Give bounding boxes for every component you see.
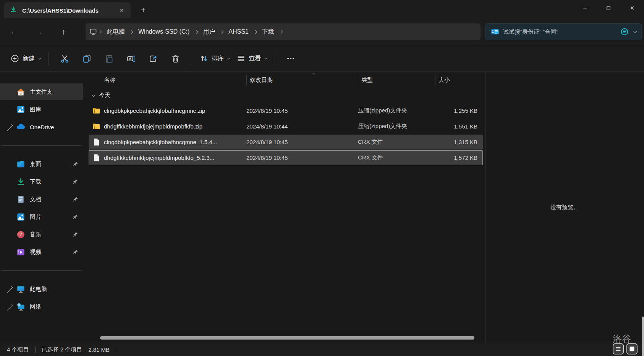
expand-chevron-icon[interactable] xyxy=(5,285,13,293)
sidebar-item-pictures[interactable]: 图片 xyxy=(0,208,83,225)
sidebar-item-this-pc[interactable]: 此电脑 xyxy=(0,281,83,297)
file-type: 压缩(zipped)文件夹 xyxy=(358,107,435,114)
videos-icon xyxy=(16,247,25,257)
delete-button[interactable] xyxy=(164,50,186,67)
sidebar-item-videos[interactable]: 视频 xyxy=(0,244,83,260)
watermark-badges xyxy=(613,343,638,354)
sidebar-item-downloads[interactable]: 下载 xyxy=(0,173,83,190)
paste-button[interactable] xyxy=(98,50,120,67)
column-header-type[interactable]: 类型 xyxy=(358,75,435,85)
search-dropdown-chevron-icon[interactable] xyxy=(633,29,637,33)
search-hint-text: 试试搜“身份证” “合同” xyxy=(503,28,620,36)
device-icon xyxy=(89,28,97,36)
breadcrumb-drive[interactable]: Windows-SSD (C:) xyxy=(134,28,193,35)
desktop-icon xyxy=(16,159,25,169)
copy-button[interactable] xyxy=(76,50,98,67)
list-badge-icon xyxy=(613,343,624,354)
minimize-button[interactable] xyxy=(573,0,597,16)
new-button[interactable]: 新建 xyxy=(7,50,44,67)
maximize-button[interactable] xyxy=(597,0,620,16)
sidebar-item-home[interactable]: 主文件夹 xyxy=(0,83,83,100)
breadcrumb-chevron-icon xyxy=(253,30,257,34)
gallery-icon xyxy=(16,105,25,114)
sort-button-label: 排序 xyxy=(212,55,224,63)
file-date: 2024/8/19 10:45 xyxy=(246,154,358,161)
file-date: 2024/8/19 10:44 xyxy=(246,123,358,130)
tab-close-button[interactable]: ✕ xyxy=(117,5,127,15)
preview-pane: 没有预览。 xyxy=(485,72,644,343)
view-icon xyxy=(237,54,245,63)
more-options-button[interactable] xyxy=(280,50,302,67)
music-icon: ♪ xyxy=(16,230,25,239)
file-row[interactable]: dhdgffkkebhmkfjojejmpbldmpobfkfo_5.2.3..… xyxy=(89,150,483,165)
file-type: CRX 文件 xyxy=(358,138,435,146)
sidebar-item-label: OneDrive xyxy=(30,124,78,130)
pictures-icon xyxy=(16,212,25,221)
sidebar-item-documents[interactable]: 文档 xyxy=(0,191,83,208)
file-row[interactable]: clngdbkpkpeebahjckkjfobafhncgmne_1.5.4..… xyxy=(89,135,483,150)
more-options-icon xyxy=(286,54,295,63)
zip-folder-icon xyxy=(89,107,104,115)
edge-strip xyxy=(642,317,644,356)
cut-button[interactable] xyxy=(53,50,76,67)
window-controls: ✕ xyxy=(573,0,644,16)
breadcrumb-users[interactable]: 用户 xyxy=(199,28,219,36)
generic-file-icon xyxy=(89,154,104,162)
status-divider xyxy=(35,347,36,353)
column-header-size[interactable]: 大小 xyxy=(435,75,483,85)
toolbar-divider xyxy=(191,52,191,65)
expand-chevron-icon[interactable] xyxy=(5,303,13,310)
rename-icon xyxy=(127,54,136,63)
new-button-label: 新建 xyxy=(23,55,35,63)
new-tab-button[interactable]: + xyxy=(137,4,150,16)
breadcrumb-this-pc[interactable]: 此电脑 xyxy=(103,28,129,36)
group-collapse-chevron-icon xyxy=(92,93,95,97)
breadcrumb-chevron-icon xyxy=(130,30,134,34)
rename-button[interactable] xyxy=(120,50,142,67)
sort-button[interactable]: 排序 xyxy=(196,50,233,67)
sidebar-item-label: 此电脑 xyxy=(30,286,78,293)
sidebar-item-gallery[interactable]: 图库 xyxy=(0,101,83,118)
pin-icon xyxy=(72,161,78,167)
search-box[interactable]: 试试搜“身份证” “合同” xyxy=(485,23,642,40)
column-header-name[interactable]: 名称 xyxy=(89,75,246,85)
horizontal-scrollbar[interactable] xyxy=(100,336,474,340)
sidebar-item-label: 下载 xyxy=(30,178,72,185)
zip-folder-icon xyxy=(89,122,104,130)
documents-icon xyxy=(16,195,25,204)
home-icon xyxy=(16,87,25,96)
sidebar-item-music[interactable]: ♪ 音乐 xyxy=(0,226,83,243)
maximize-icon xyxy=(607,6,610,10)
file-list-pane: 名称 修改日期 类型 大小 今天 clngdbkpkpeebahjckkjfob… xyxy=(83,72,485,343)
breadcrumb-downloads[interactable]: 下载 xyxy=(258,28,278,36)
up-button[interactable]: ↑ xyxy=(56,24,71,39)
file-type: CRX 文件 xyxy=(358,154,435,161)
sidebar-item-desktop[interactable]: 桌面 xyxy=(0,156,83,172)
column-header-date[interactable]: 修改日期 xyxy=(246,75,358,85)
share-button[interactable] xyxy=(142,50,164,67)
sidebar-item-onedrive[interactable]: OneDrive xyxy=(0,119,83,135)
svg-text:♪: ♪ xyxy=(19,232,22,237)
window-badge-icon xyxy=(626,343,638,354)
file-date: 2024/8/19 10:45 xyxy=(246,139,358,145)
cut-icon xyxy=(60,54,69,63)
forward-button[interactable]: → xyxy=(31,24,46,39)
breadcrumb-chevron-icon xyxy=(220,30,224,34)
back-button[interactable]: ← xyxy=(6,24,21,39)
sidebar-item-network[interactable]: 网络 xyxy=(0,298,83,315)
share-icon xyxy=(149,54,158,63)
explorer-tab[interactable]: C:\Users\AHSS1\Downloads ✕ xyxy=(4,2,131,18)
sort-icon xyxy=(200,54,208,63)
file-row[interactable]: clngdbkpkpeebahjckkjfobafhncgmne.zip 202… xyxy=(89,103,483,118)
close-button[interactable]: ✕ xyxy=(620,0,644,16)
status-divider xyxy=(116,347,116,353)
sort-dropdown-chevron-icon xyxy=(227,57,230,59)
breadcrumb-user[interactable]: AHSS1 xyxy=(225,28,252,35)
file-name: dhdgffkkebhmkfjojejmpbldmpobfkfo.zip xyxy=(104,123,246,130)
copy-icon xyxy=(83,54,91,63)
group-header-today[interactable]: 今天 xyxy=(89,88,483,102)
view-button[interactable]: 查看 xyxy=(233,50,270,67)
file-size: 1,255 KB xyxy=(435,107,483,114)
file-row[interactable]: dhdgffkkebhmkfjojejmpbldmpobfkfo.zip 202… xyxy=(89,119,483,134)
expand-chevron-icon[interactable] xyxy=(5,123,13,130)
